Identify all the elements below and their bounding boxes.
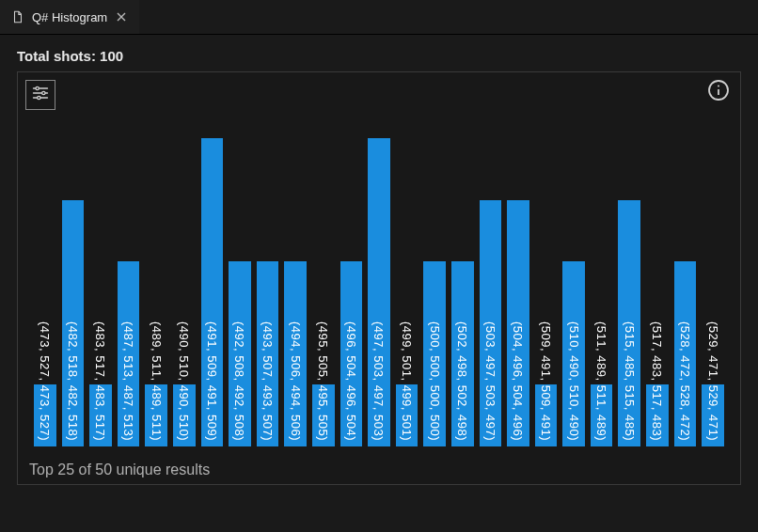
bar-label: (504, 496, 504, 496) (511, 321, 525, 441)
bar-label: (497, 503, 497, 503) (371, 321, 386, 441)
bar-label: (528, 472, 528, 472) (678, 321, 692, 441)
bar-label: (500, 500, 500, 500) (428, 321, 442, 441)
bar-column[interactable]: (515, 485, 515, 485) (616, 138, 642, 446)
bar-label: (489, 511, 489, 511) (150, 321, 164, 441)
bar-column[interactable]: (500, 500, 500, 500) (421, 138, 448, 446)
bar-column[interactable]: (487, 513, 487, 513) (116, 138, 142, 446)
bar-label: (487, 513, 487, 513) (121, 321, 135, 441)
histogram-panel: (473, 527, 473, 527)(482, 518, 482, 518)… (17, 71, 741, 485)
bar-label: (496, 504, 496, 504) (344, 321, 358, 441)
close-icon[interactable] (115, 10, 128, 23)
bar-label: (503, 497, 503, 497) (483, 321, 497, 441)
bar-column[interactable]: (489, 511, 489, 511) (143, 138, 169, 446)
bar-column[interactable]: (503, 497, 503, 497) (478, 138, 504, 446)
bar-column[interactable]: (483, 517, 483, 517) (87, 138, 114, 446)
content-area: Total shots: 100 (473, 527, 473, 527)(4 (0, 35, 758, 502)
bar-column[interactable]: (517, 483, 517, 483) (644, 138, 671, 446)
bar-column[interactable]: (509, 491, 509, 491) (533, 138, 560, 446)
bar-column[interactable]: (510, 490, 510, 490) (561, 138, 587, 446)
svg-point-8 (718, 86, 719, 87)
bar-column[interactable]: (496, 504, 496, 504) (339, 138, 365, 446)
file-icon (11, 10, 24, 23)
bar-label: (491, 509, 491, 509) (205, 321, 219, 441)
bar-column[interactable]: (493, 507, 493, 507) (255, 138, 281, 446)
bar-column[interactable]: (490, 510, 490, 510) (171, 138, 197, 446)
svg-point-3 (42, 91, 45, 94)
histogram-chart: (473, 527, 473, 527)(482, 518, 482, 518)… (31, 138, 727, 446)
bar-label: (517, 483, 517, 483) (650, 321, 664, 441)
svg-point-1 (36, 86, 39, 89)
info-button[interactable] (706, 80, 731, 104)
bar-label: (490, 510, 490, 510) (177, 321, 191, 441)
bar-column[interactable]: (499, 501, 499, 501) (394, 138, 420, 446)
bar-column[interactable]: (529, 471, 529, 471) (700, 138, 726, 446)
bar-column[interactable]: (511, 489, 511, 489) (589, 138, 615, 446)
bar-label: (509, 491, 509, 491) (539, 321, 553, 441)
svg-point-5 (38, 96, 40, 99)
bar-label: (502, 498, 502, 498) (455, 321, 469, 441)
bar-column[interactable]: (495, 505, 495, 505) (310, 138, 337, 446)
tab-bar: Q# Histogram (0, 0, 758, 35)
info-icon (707, 79, 730, 105)
bar-column[interactable]: (497, 503, 497, 503) (366, 138, 392, 446)
bar-label: (495, 505, 495, 505) (316, 321, 330, 441)
bar-label: (492, 508, 492, 508) (232, 321, 246, 441)
bar-column[interactable]: (502, 498, 502, 498) (450, 138, 476, 446)
chart-footer-text: Top 25 of 50 unique results (29, 462, 210, 478)
bar-label: (529, 471, 529, 471) (706, 321, 720, 441)
tab-histogram[interactable]: Q# Histogram (0, 0, 139, 34)
bar-column[interactable]: (482, 518, 482, 518) (60, 138, 87, 446)
bar-label: (499, 501, 499, 501) (400, 321, 414, 441)
total-shots-label: Total shots: 100 (17, 48, 741, 64)
bar-label: (483, 517, 483, 517) (93, 321, 107, 441)
sliders-icon (31, 84, 50, 106)
bar-column[interactable]: (491, 509, 491, 509) (199, 138, 226, 446)
bar-label: (482, 518, 482, 518) (66, 321, 80, 441)
settings-button[interactable] (25, 80, 55, 110)
bar-label: (510, 490, 510, 490) (567, 321, 581, 441)
bar-label: (494, 506, 494, 506) (289, 321, 303, 441)
bar-column[interactable]: (492, 508, 492, 508) (227, 138, 253, 446)
bar-column[interactable]: (504, 496, 504, 496) (505, 138, 531, 446)
bar-column[interactable]: (473, 527, 473, 527) (32, 138, 58, 446)
bar-label: (511, 489, 511, 489) (594, 321, 608, 441)
tab-title: Q# Histogram (32, 10, 107, 24)
bar-label: (493, 507, 493, 507) (261, 321, 275, 441)
bar-column[interactable]: (494, 506, 494, 506) (282, 138, 308, 446)
bar-label: (515, 485, 515, 485) (623, 321, 637, 441)
bar-column[interactable]: (528, 472, 528, 472) (672, 138, 699, 446)
bar-label: (473, 527, 473, 527) (38, 321, 52, 441)
